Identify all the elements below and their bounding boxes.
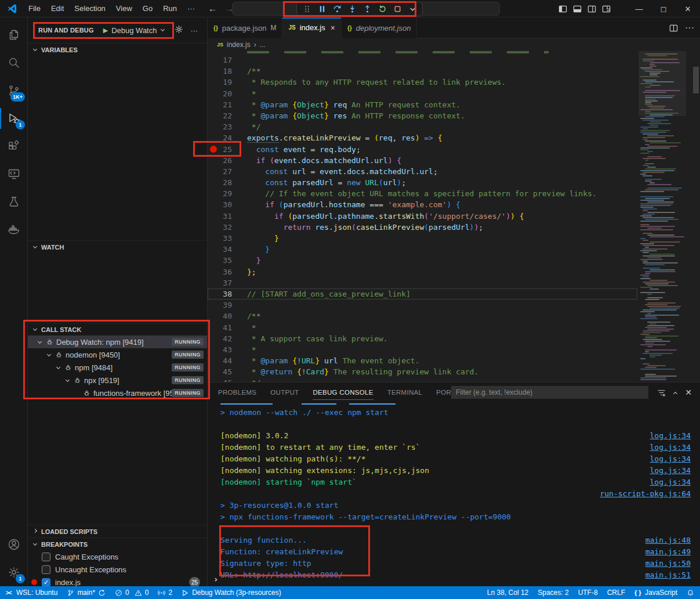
panel-tab-terminal[interactable]: TERMINAL (387, 383, 423, 402)
code-line-32[interactable]: 32 return res.json(caseLinkPreview(parse… (208, 222, 637, 233)
code-line-36[interactable]: 36}; (208, 266, 637, 277)
tab-package-json[interactable]: {}package.jsonM (208, 17, 282, 38)
code-line-19[interactable]: 19 * Responds to any HTTP request relate… (208, 77, 637, 88)
activity-item-run-and-debug[interactable]: 1 (0, 104, 27, 132)
code-line-20[interactable]: 20 * (208, 88, 637, 99)
close-panel-icon[interactable]: ✕ (685, 388, 692, 397)
code-line-40[interactable]: 40/** (208, 311, 637, 322)
console-source-link[interactable]: log.js:34 (650, 442, 691, 453)
code-line-35[interactable]: 35 } (208, 255, 637, 266)
step-over-button[interactable] (330, 3, 344, 15)
console-filter-input[interactable] (451, 386, 648, 399)
menu-run[interactable]: Run (158, 2, 182, 15)
console-source-link[interactable]: main.js:49 (645, 546, 691, 558)
status-ports-forwarded[interactable]: 2 (158, 586, 172, 599)
code-line-31[interactable]: 31 if (parsedUrl.pathname.startsWith('/s… (208, 211, 637, 222)
code-line-17[interactable]: 17 (208, 55, 637, 66)
pause-button[interactable] (315, 3, 329, 15)
restart-button[interactable] (375, 3, 389, 15)
stop-button[interactable] (390, 3, 404, 15)
code-line-45[interactable]: 45 * @return {!Card} The resulting previ… (208, 366, 637, 377)
code-line-41[interactable]: 41 * (208, 322, 637, 333)
more-debug-actions-chevron[interactable] (405, 3, 419, 15)
status-encoding[interactable]: UTF-8 (578, 586, 598, 599)
breadcrumb-symbol[interactable]: ... (260, 41, 266, 49)
menu-[interactable]: ··· (182, 2, 200, 15)
status-cursor-position[interactable]: Ln 38, Col 12 (487, 586, 528, 599)
breakpoint-row[interactable]: Caught Exceptions (28, 550, 207, 563)
code-line-43[interactable]: 43 * (208, 344, 637, 355)
code-line-46[interactable]: 46 */ (208, 377, 637, 382)
status-indentation[interactable]: Spaces: 2 (538, 586, 568, 599)
menu-selection[interactable]: Selection (69, 2, 110, 15)
activity-item-source-control[interactable]: 1K+ (0, 77, 27, 104)
code-line-22[interactable]: 22 * @param {Object} res An HTTP respons… (208, 110, 637, 121)
activity-item-extensions[interactable] (0, 132, 27, 160)
panel-tab-debug-console[interactable]: DEBUG CONSOLE (313, 383, 373, 402)
activity-item-docker[interactable] (0, 216, 27, 244)
status-debug-session[interactable]: Debug Watch (3p-resources) (182, 586, 281, 599)
code-line-38[interactable]: 38// [START add_ons_case_preview_link] (208, 288, 637, 300)
console-source-link[interactable]: log.js:34 (650, 430, 691, 442)
customize-layout-icon[interactable] (602, 5, 611, 13)
activity-item-accounts[interactable] (0, 531, 27, 558)
menu-edit[interactable]: Edit (46, 2, 69, 15)
toggle-panel-icon[interactable] (573, 5, 582, 13)
code-line-23[interactable]: 23 */ (208, 121, 637, 132)
console-source-link[interactable]: main.js:51 (645, 569, 691, 581)
status-language-mode[interactable]: { }JavaScript (634, 586, 677, 599)
call-stack-row[interactable]: Debug Watch: npm [9419]RUNNING (28, 335, 207, 348)
activity-item-settings[interactable]: 1 (0, 558, 27, 586)
code-line-42[interactable]: 42 * A support case link preview. (208, 333, 637, 344)
maximize-button[interactable]: ◻ (651, 0, 676, 17)
console-source-link[interactable]: run-script-pkg.js:64 (600, 488, 691, 500)
watch-section-header[interactable]: WATCH (28, 240, 207, 253)
code-line-33[interactable]: 33 } (208, 233, 637, 244)
call-stack-section-header[interactable]: CALL STACK (28, 323, 207, 335)
code-line-21[interactable]: 21 * @param {Object} req An HTTP request… (208, 99, 637, 110)
views-more-actions-icon[interactable]: ··· (190, 26, 198, 35)
console-source-link[interactable]: log.js:34 (650, 465, 691, 477)
code-line-25[interactable]: 25 const event = req.body; (208, 144, 637, 155)
scrollbar-thumb[interactable] (693, 67, 699, 93)
maximize-panel-icon[interactable] (673, 391, 677, 395)
panel-tab-problems[interactable]: PROBLEMS (218, 383, 256, 402)
code-line-24[interactable]: 24exports.createLinkPreview = (req, res)… (208, 132, 637, 143)
console-source-link[interactable]: log.js:34 (650, 453, 691, 465)
breakpoint-checkbox[interactable]: ✓ (42, 578, 50, 587)
editor-scrollbar[interactable] (692, 51, 700, 382)
code-line-26[interactable]: 26 if (event.docs.matchedUrl.url) { (208, 155, 637, 166)
breadcrumb[interactable]: JS index.js › ... (208, 38, 700, 51)
toggle-secondary-sidebar-icon[interactable] (587, 5, 596, 13)
status-problems[interactable]: 00 (115, 586, 148, 599)
breakpoint-dot-icon[interactable] (210, 146, 217, 153)
status-remote-indicator[interactable]: ><WSL: Ubuntu (6, 586, 57, 599)
tab-index-js[interactable]: JSindex.js× (282, 17, 342, 38)
breadcrumb-file[interactable]: index.js (227, 41, 251, 49)
debug-settings-gear-icon[interactable] (175, 25, 183, 35)
activity-item-search[interactable] (0, 49, 27, 77)
code-line-39[interactable]: 39 (208, 300, 637, 311)
code-line-44[interactable]: 44 * @param {!URL} url The event object. (208, 355, 637, 366)
variables-section-header[interactable]: VARIABLES (28, 43, 207, 56)
split-editor-icon[interactable] (669, 24, 678, 33)
breakpoint-row[interactable]: Uncaught Exceptions (28, 563, 207, 576)
console-source-link[interactable]: log.js:34 (650, 477, 691, 488)
editor-more-actions-icon[interactable]: ··· (685, 23, 694, 33)
panel-tab-output[interactable]: OUTPUT (270, 383, 299, 402)
code-line-29[interactable]: 29 // If the event object URL matches a … (208, 188, 637, 199)
status-notifications[interactable] (687, 586, 694, 599)
toggle-sidebar-icon[interactable] (558, 5, 567, 13)
code-line-34[interactable]: 34 } (208, 244, 637, 255)
activity-item-testing[interactable] (0, 188, 27, 216)
call-stack-row[interactable]: npx [9519]RUNNING (28, 374, 207, 387)
code-editor[interactable]: 1718/**19 * Responds to any HTTP request… (208, 51, 700, 382)
code-line-27[interactable]: 27 const url = event.docs.matchedUrl.url… (208, 166, 637, 177)
minimize-button[interactable]: — (627, 0, 651, 17)
start-debug-icon[interactable]: ▶ (103, 27, 108, 34)
activity-item-remote-explorer[interactable] (0, 160, 27, 188)
console-source-link[interactable]: main.js:48 (645, 535, 691, 546)
breakpoints-section-header[interactable]: BREAKPOINTS (28, 537, 207, 550)
debug-console[interactable]: › > nodemon --watch ./ --exec npm start[… (208, 402, 700, 586)
code-line-28[interactable]: 28 const parsedUrl = new URL(url); (208, 177, 637, 188)
